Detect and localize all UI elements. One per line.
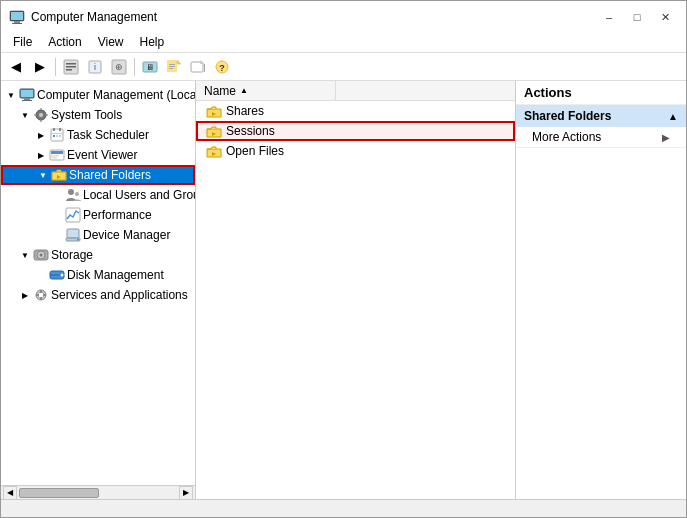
toolbar-btn-7[interactable]: ? — [211, 56, 233, 78]
actions-group-title-label: Shared Folders — [524, 109, 611, 123]
tree-event-viewer-label: Event Viewer — [67, 148, 137, 162]
col-header-name[interactable]: Name ▲ — [196, 81, 336, 100]
svg-rect-33 — [53, 128, 55, 131]
action-more-actions[interactable]: More Actions ▶ — [516, 127, 686, 147]
svg-rect-41 — [51, 155, 59, 157]
toolbar-btn-6[interactable] — [187, 56, 209, 78]
tree-event-viewer-expand[interactable] — [33, 147, 49, 163]
content-row-openfiles[interactable]: Open Files — [196, 141, 515, 161]
svg-rect-25 — [22, 100, 32, 101]
menu-action[interactable]: Action — [40, 33, 89, 51]
tree-system-tools-expand[interactable] — [17, 107, 33, 123]
chevron-up-icon: ▲ — [668, 111, 678, 122]
toolbar-btn-2[interactable]: i — [84, 56, 106, 78]
svg-rect-58 — [40, 290, 42, 293]
scroll-left-btn[interactable]: ◀ — [3, 486, 17, 500]
disk-management-icon — [49, 267, 65, 283]
toolbar-sep-2 — [134, 58, 135, 76]
sessions-icon — [206, 123, 222, 139]
svg-rect-40 — [51, 151, 63, 154]
status-bar — [1, 499, 686, 517]
sort-arrow: ▲ — [240, 86, 248, 95]
openfiles-icon — [206, 143, 222, 159]
scroll-thumb[interactable] — [19, 488, 99, 498]
svg-rect-15 — [169, 64, 175, 65]
action-arrow-icon: ▶ — [662, 132, 670, 143]
tree-services-expand[interactable] — [17, 287, 33, 303]
toolbar-btn-1[interactable] — [60, 56, 82, 78]
svg-rect-5 — [66, 63, 76, 65]
content-row-sessions[interactable]: Sessions — [196, 121, 515, 141]
svg-text:i: i — [94, 62, 96, 72]
menu-file[interactable]: File — [5, 33, 40, 51]
event-viewer-icon — [49, 147, 65, 163]
shares-icon — [206, 103, 222, 119]
toolbar-btn-3[interactable]: ⊕ — [108, 56, 130, 78]
svg-rect-23 — [21, 90, 33, 97]
svg-rect-30 — [34, 115, 37, 116]
tree-pane: Computer Management (Local System Tools — [1, 81, 196, 485]
tree-system-tools[interactable]: System Tools — [1, 105, 195, 125]
scroll-right-btn[interactable]: ▶ — [179, 486, 193, 500]
computer-icon — [19, 87, 35, 103]
tree-storage[interactable]: Storage — [1, 245, 195, 265]
menu-view[interactable]: View — [90, 33, 132, 51]
tree-event-viewer[interactable]: Event Viewer — [1, 145, 195, 165]
content-header: Name ▲ — [196, 81, 515, 101]
tree-storage-expand[interactable] — [17, 247, 33, 263]
device-manager-icon — [65, 227, 81, 243]
content-row-shares[interactable]: Shares — [196, 101, 515, 121]
app-icon — [9, 9, 25, 25]
svg-rect-38 — [59, 135, 61, 137]
toolbar-icon-4: 🖥 — [142, 59, 158, 75]
title-bar-left: Computer Management — [9, 9, 157, 25]
main-area: Computer Management (Local System Tools — [1, 81, 686, 499]
maximize-button[interactable]: □ — [624, 8, 650, 26]
svg-rect-2 — [14, 21, 20, 23]
actions-group-title[interactable]: Shared Folders ▲ — [516, 105, 686, 127]
toolbar-icon-2: i — [87, 59, 103, 75]
tree-local-users-label: Local Users and Groups — [83, 188, 196, 202]
tree-services[interactable]: Services and Applications — [1, 285, 195, 305]
svg-rect-3 — [12, 23, 22, 24]
svg-rect-36 — [53, 135, 55, 137]
title-bar-controls: – □ ✕ — [596, 8, 678, 26]
tree-root[interactable]: Computer Management (Local — [1, 85, 195, 105]
tree-root-expand[interactable] — [3, 87, 19, 103]
svg-rect-37 — [56, 135, 58, 137]
menu-help[interactable]: Help — [132, 33, 173, 51]
col-name-label: Name — [204, 84, 236, 98]
toolbar-btn-5[interactable] — [163, 56, 185, 78]
forward-button[interactable]: ▶ — [29, 56, 51, 78]
svg-point-49 — [77, 239, 79, 241]
tree-shared-folders-expand[interactable] — [35, 167, 51, 183]
svg-text:?: ? — [219, 63, 225, 73]
tree-shared-folders-label: Shared Folders — [69, 168, 151, 182]
tree-shared-folders[interactable]: Shared Folders — [1, 165, 195, 185]
tree-disk-management[interactable]: Disk Management — [1, 265, 195, 285]
svg-rect-31 — [45, 115, 48, 116]
minimize-button[interactable]: – — [596, 8, 622, 26]
tree-device-manager[interactable]: Device Manager — [1, 225, 195, 245]
tree-performance[interactable]: Performance — [1, 205, 195, 225]
back-button[interactable]: ◀ — [5, 56, 27, 78]
services-icon — [33, 287, 49, 303]
tree-task-scheduler-expand[interactable] — [33, 127, 49, 143]
actions-pane: Actions Shared Folders ▲ More Actions ▶ — [516, 81, 686, 499]
toolbar-btn-4[interactable]: 🖥 — [139, 56, 161, 78]
toolbar-sep-1 — [55, 58, 56, 76]
svg-rect-17 — [169, 68, 173, 69]
toolbar-icon-3: ⊕ — [111, 59, 127, 75]
tree-task-scheduler[interactable]: Task Scheduler — [1, 125, 195, 145]
tree-system-tools-label: System Tools — [51, 108, 122, 122]
tree-device-manager-label: Device Manager — [83, 228, 170, 242]
tree-local-users[interactable]: Local Users and Groups — [1, 185, 195, 205]
shared-folders-icon — [51, 167, 67, 183]
close-button[interactable]: ✕ — [652, 8, 678, 26]
system-tools-icon — [33, 107, 49, 123]
performance-icon — [65, 207, 81, 223]
local-users-icon — [65, 187, 81, 203]
more-actions-label: More Actions — [532, 130, 601, 144]
svg-point-44 — [68, 189, 74, 195]
window-title: Computer Management — [31, 10, 157, 24]
